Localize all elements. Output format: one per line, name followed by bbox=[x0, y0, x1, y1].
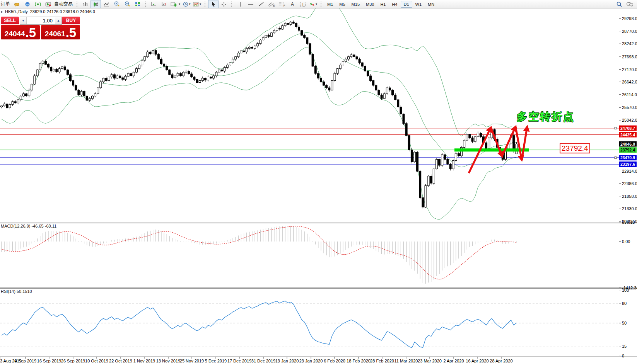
svg-text:22386.0: 22386.0 bbox=[622, 181, 637, 186]
svg-text:23470.9: 23470.9 bbox=[620, 155, 635, 160]
macd-histogram bbox=[2, 226, 516, 284]
panel-separators[interactable] bbox=[0, 222, 637, 357]
vertical-line-icon[interactable] bbox=[235, 0, 245, 8]
chat-icon[interactable] bbox=[624, 0, 635, 9]
triangle-icon: ▸ bbox=[1, 10, 3, 14]
svg-text:21330.0: 21330.0 bbox=[622, 206, 637, 211]
orders-button[interactable]: 订单 bbox=[0, 1, 12, 7]
chevron-down-icon[interactable]: ▾ bbox=[316, 2, 317, 6]
chevron-down-icon[interactable]: ▾ bbox=[189, 2, 191, 6]
sell-price-frac: .5 bbox=[26, 27, 36, 38]
volume-up-button[interactable]: ▲ bbox=[55, 17, 61, 24]
rsi-axis-ticks: 1008050150 bbox=[619, 288, 629, 359]
zoom-out-icon[interactable] bbox=[122, 0, 132, 8]
svg-text:0: 0 bbox=[622, 354, 624, 358]
rsi-indicator-label: RSI(14) 50.1510 bbox=[1, 289, 32, 294]
fibonacci-icon[interactable]: F bbox=[277, 0, 287, 8]
svg-text:29298.0: 29298.0 bbox=[622, 16, 637, 21]
zoom-in-icon[interactable] bbox=[111, 0, 122, 8]
svg-text:F: F bbox=[283, 4, 285, 7]
tf-h4[interactable]: H4 bbox=[389, 1, 400, 8]
toolbar: 订单 m 自动交易 ▾ ▾ ▾ E F A T ▾ M1 M5 M15 M30 bbox=[0, 0, 637, 9]
toolbar-grip bbox=[321, 2, 323, 7]
trendline-icon[interactable] bbox=[256, 0, 266, 8]
cursor-icon[interactable] bbox=[208, 0, 219, 8]
svg-text:15: 15 bbox=[622, 344, 627, 349]
svg-text:22914.0: 22914.0 bbox=[622, 169, 637, 173]
symbol-name: HK50-,Daily bbox=[5, 9, 28, 14]
buy-price-frac: .5 bbox=[66, 27, 77, 38]
svg-text:26642.0: 26642.0 bbox=[622, 80, 637, 84]
chart-forward-icon[interactable] bbox=[149, 0, 159, 8]
equidistant-channel-icon[interactable]: E bbox=[266, 0, 277, 8]
volume-stepper[interactable]: ▼ 1.00 ▲ bbox=[20, 17, 62, 25]
svg-text:2 Apr 2020: 2 Apr 2020 bbox=[443, 359, 464, 363]
volume-down-button[interactable]: ▼ bbox=[20, 17, 27, 24]
svg-text:m: m bbox=[26, 3, 29, 6]
turning-point-annotation: 多空转折点 bbox=[517, 110, 575, 124]
svg-text:27698.0: 27698.0 bbox=[622, 54, 637, 59]
toolbar-grip bbox=[205, 2, 207, 7]
tf-m5[interactable]: M5 bbox=[336, 1, 348, 8]
toolbar-grip bbox=[145, 2, 147, 7]
bar-chart-icon[interactable] bbox=[80, 0, 91, 8]
buy-price-main: 24061 bbox=[45, 30, 65, 38]
one-click-trading-panel: SELL ▼ 1.00 ▲ BUY 24044 .5 24061 .5 bbox=[1, 17, 80, 40]
tf-m15[interactable]: M15 bbox=[348, 1, 363, 8]
tile-windows-icon[interactable] bbox=[132, 0, 143, 8]
svg-text:23792.4: 23792.4 bbox=[620, 148, 635, 152]
autotrade-icon[interactable] bbox=[43, 0, 53, 8]
candle-chart-icon[interactable] bbox=[91, 0, 101, 8]
svg-text:25 Nov 2019: 25 Nov 2019 bbox=[180, 359, 204, 363]
macd-axis-ticks: 536.180.00-1412.34 bbox=[619, 220, 637, 290]
chevron-down-icon[interactable]: ▾ bbox=[179, 2, 180, 6]
svg-text:16 Sep 2019: 16 Sep 2019 bbox=[37, 359, 61, 363]
svg-text:11 Mar 2020: 11 Mar 2020 bbox=[394, 359, 418, 363]
signals-icon[interactable] bbox=[32, 0, 43, 8]
text-label-icon[interactable]: T bbox=[297, 0, 308, 8]
chart-shift-icon[interactable] bbox=[159, 0, 169, 8]
buy-button[interactable]: BUY bbox=[62, 17, 80, 24]
tf-w1[interactable]: W1 bbox=[412, 1, 425, 8]
svg-text:E: E bbox=[273, 4, 275, 7]
horizontal-line-icon[interactable] bbox=[245, 0, 256, 8]
bollinger-bands bbox=[2, 9, 516, 219]
chevron-down-icon[interactable]: ▾ bbox=[200, 2, 201, 6]
svg-text:27170.0: 27170.0 bbox=[622, 67, 637, 72]
tf-m1[interactable]: M1 bbox=[324, 1, 336, 8]
svg-text:T: T bbox=[301, 2, 304, 6]
buy-price[interactable]: 24061 .5 bbox=[41, 25, 80, 39]
rsi-line bbox=[2, 301, 516, 348]
text-icon[interactable]: A bbox=[287, 0, 297, 8]
line-chart-icon[interactable] bbox=[101, 0, 111, 8]
svg-text:28770.0: 28770.0 bbox=[622, 29, 637, 34]
new-order-icon[interactable] bbox=[12, 0, 22, 8]
period-clock-icon[interactable]: ▾ bbox=[181, 0, 192, 8]
templates-icon[interactable]: ▾ bbox=[192, 0, 202, 8]
sell-price[interactable]: 24044 .5 bbox=[1, 25, 40, 39]
price-level-label: 23792.4 bbox=[560, 143, 590, 153]
arrows-icon[interactable]: ▾ bbox=[308, 0, 318, 8]
sell-button[interactable]: SELL bbox=[1, 17, 19, 24]
svg-text:23197.6: 23197.6 bbox=[620, 162, 635, 167]
support-zone-segment[interactable] bbox=[454, 148, 529, 151]
tf-d1[interactable]: D1 bbox=[401, 1, 412, 8]
chart-area[interactable]: 29298.028770.028242.027698.027170.026642… bbox=[0, 9, 637, 364]
volume-value[interactable]: 1.00 bbox=[27, 17, 55, 24]
sell-price-main: 24044 bbox=[5, 30, 25, 38]
crosshair-icon[interactable] bbox=[219, 0, 229, 8]
mt-terminal-window: 订单 m 自动交易 ▾ ▾ ▾ E F A T ▾ M1 M5 M15 M30 bbox=[0, 0, 637, 364]
svg-text:23 Jan 2020: 23 Jan 2020 bbox=[299, 359, 323, 363]
date-axis: 3 Aug 20194 Sep 201916 Sep 201926 Sep 20… bbox=[0, 357, 513, 363]
tf-m30[interactable]: M30 bbox=[363, 1, 377, 8]
community-icon[interactable]: m bbox=[22, 0, 32, 8]
add-indicator-icon[interactable]: ▾ bbox=[169, 0, 181, 8]
tf-h1[interactable]: H1 bbox=[377, 1, 389, 8]
svg-text:100: 100 bbox=[622, 288, 629, 293]
autotrade-button[interactable]: 自动交易 bbox=[53, 1, 74, 7]
svg-text:26114.0: 26114.0 bbox=[622, 92, 637, 97]
tf-mn[interactable]: MN bbox=[425, 1, 437, 8]
svg-text:28 Apr 2020: 28 Apr 2020 bbox=[490, 359, 512, 363]
search-icon[interactable] bbox=[614, 0, 624, 9]
svg-text:0.00: 0.00 bbox=[622, 239, 630, 244]
